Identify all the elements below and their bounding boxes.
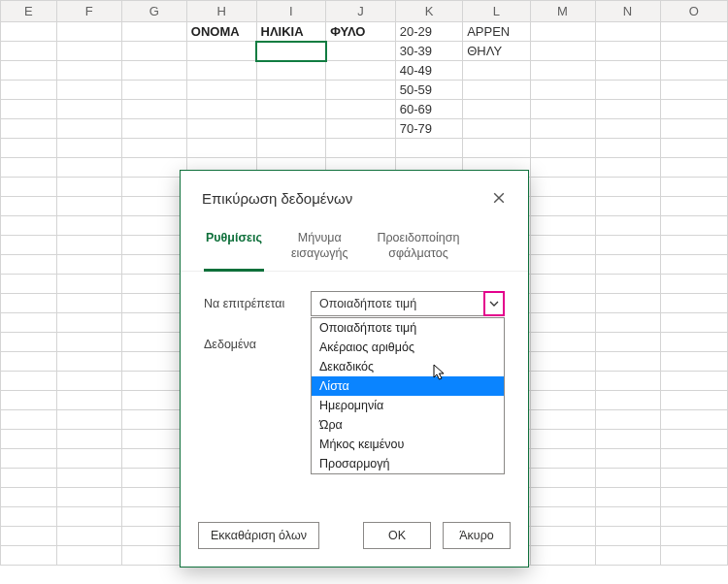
cell[interactable]: 40-49 <box>395 61 462 81</box>
col-header[interactable]: I <box>256 1 326 22</box>
cell[interactable]: 60-69 <box>395 100 462 119</box>
cell[interactable] <box>1 119 57 139</box>
cell[interactable] <box>530 236 595 255</box>
cell[interactable] <box>121 449 186 469</box>
cell[interactable] <box>1 372 57 391</box>
cell[interactable] <box>1 178 57 197</box>
cell[interactable]: ΘΗΛΥ <box>463 42 530 61</box>
cell[interactable] <box>56 449 121 469</box>
col-header[interactable]: N <box>595 1 660 22</box>
cell[interactable] <box>530 449 595 469</box>
cell[interactable] <box>256 139 326 158</box>
cell[interactable] <box>326 119 396 139</box>
allow-option[interactable]: Δεκαδικός <box>312 357 504 376</box>
cell[interactable] <box>56 352 121 372</box>
cell[interactable]: ΗΛΙΚΙΑ <box>256 22 326 42</box>
cell[interactable]: 70-79 <box>395 119 462 139</box>
allow-select-box[interactable]: Οποιαδήποτε τιμή <box>311 291 505 316</box>
cell[interactable] <box>121 119 186 139</box>
cell[interactable] <box>186 100 256 119</box>
cell[interactable] <box>595 527 660 546</box>
cell[interactable] <box>660 216 727 236</box>
cell[interactable] <box>121 507 186 527</box>
cell[interactable] <box>660 410 727 430</box>
cell[interactable] <box>1 333 57 352</box>
cell[interactable] <box>595 372 660 391</box>
cell[interactable] <box>530 119 595 139</box>
cell[interactable] <box>121 294 186 313</box>
cell[interactable] <box>595 216 660 236</box>
cell[interactable] <box>1 81 57 100</box>
cell[interactable] <box>1 488 57 507</box>
cell[interactable] <box>121 469 186 488</box>
cell[interactable] <box>56 430 121 449</box>
cell[interactable] <box>1 100 57 119</box>
cell[interactable] <box>56 527 121 546</box>
cell[interactable] <box>660 81 727 100</box>
cell[interactable] <box>660 22 727 42</box>
cell[interactable] <box>121 139 186 158</box>
cell[interactable] <box>1 391 57 410</box>
cell[interactable] <box>56 178 121 197</box>
cell[interactable] <box>121 352 186 372</box>
cell[interactable] <box>121 333 186 352</box>
cell[interactable]: 50-59 <box>395 81 462 100</box>
cell[interactable] <box>595 42 660 61</box>
cell[interactable] <box>121 197 186 216</box>
cell[interactable] <box>660 197 727 216</box>
cell[interactable] <box>121 527 186 546</box>
cell[interactable] <box>121 81 186 100</box>
cell[interactable] <box>530 197 595 216</box>
cell[interactable] <box>595 488 660 507</box>
cell[interactable] <box>121 372 186 391</box>
cell[interactable] <box>660 352 727 372</box>
cell[interactable]: ΑΡΡΕΝ <box>463 22 530 42</box>
cell[interactable] <box>256 81 326 100</box>
cell[interactable] <box>56 546 121 566</box>
cell[interactable] <box>56 372 121 391</box>
cell[interactable] <box>530 61 595 81</box>
cell[interactable] <box>530 469 595 488</box>
ok-button[interactable]: OK <box>363 522 431 549</box>
cell[interactable] <box>326 81 396 100</box>
cell[interactable] <box>121 546 186 566</box>
cell[interactable] <box>1 507 57 527</box>
cell[interactable] <box>1 216 57 236</box>
cell[interactable] <box>530 255 595 275</box>
cell[interactable] <box>530 527 595 546</box>
cell[interactable] <box>56 81 121 100</box>
cell[interactable] <box>1 275 57 294</box>
cell[interactable] <box>660 333 727 352</box>
cell[interactable] <box>530 100 595 119</box>
cell[interactable] <box>56 275 121 294</box>
cell[interactable] <box>1 197 57 216</box>
cell[interactable] <box>1 139 57 158</box>
cell[interactable] <box>121 488 186 507</box>
cell[interactable] <box>660 507 727 527</box>
col-header[interactable]: F <box>56 1 121 22</box>
cell[interactable] <box>660 527 727 546</box>
allow-option[interactable]: Οποιαδήποτε τιμή <box>312 318 504 338</box>
cell[interactable]: 20-29 <box>395 22 462 42</box>
cell[interactable] <box>595 352 660 372</box>
cell[interactable] <box>530 294 595 313</box>
cell[interactable] <box>1 313 57 333</box>
col-header[interactable]: K <box>395 1 462 22</box>
cell[interactable] <box>326 61 396 81</box>
cell[interactable] <box>595 178 660 197</box>
cell[interactable] <box>530 430 595 449</box>
tab-error-alert[interactable]: Προειδοποίηση σφάλματος <box>375 225 461 271</box>
cell[interactable] <box>530 372 595 391</box>
cell[interactable] <box>1 61 57 81</box>
col-header[interactable]: J <box>326 1 396 22</box>
cell[interactable] <box>595 430 660 449</box>
cell[interactable] <box>121 61 186 81</box>
cell[interactable] <box>530 22 595 42</box>
cell[interactable] <box>463 100 530 119</box>
cell[interactable] <box>56 313 121 333</box>
cell[interactable] <box>1 42 57 61</box>
allow-option[interactable]: Ημερομηνία <box>312 396 504 415</box>
cell[interactable] <box>326 100 396 119</box>
cell[interactable] <box>56 197 121 216</box>
cell[interactable] <box>56 236 121 255</box>
